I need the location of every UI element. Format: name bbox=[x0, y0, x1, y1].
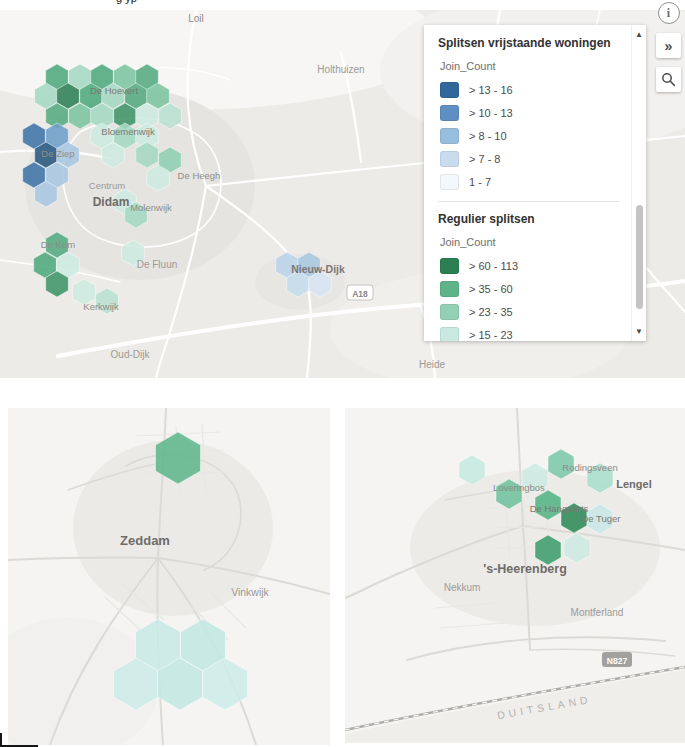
legend-class-label: > 15 - 23 bbox=[469, 329, 513, 341]
legend-row: > 7 - 8 bbox=[440, 147, 619, 170]
legend-class-label: > 23 - 35 bbox=[469, 306, 513, 318]
legend-swatch bbox=[440, 258, 459, 274]
map-toolbar: i » bbox=[656, 2, 681, 92]
legend-class-label: > 60 - 113 bbox=[469, 260, 518, 272]
map-label: De Hangaarts bbox=[530, 503, 589, 514]
legend-row: 1 - 7 bbox=[440, 170, 619, 193]
legend-scrollbar[interactable]: ▲ ▼ bbox=[631, 25, 646, 341]
legend-swatch bbox=[440, 174, 459, 190]
page-corner-mark bbox=[0, 733, 38, 747]
scroll-thumb[interactable] bbox=[636, 205, 643, 309]
legend-swatch bbox=[440, 105, 459, 121]
legend-title: Regulier splitsen bbox=[438, 212, 619, 226]
legend-swatch bbox=[440, 82, 459, 98]
map-label: Kerkwijk bbox=[83, 301, 119, 312]
legend-class-label: 1 - 7 bbox=[469, 176, 491, 188]
search-icon bbox=[661, 72, 676, 87]
svg-text:N827: N827 bbox=[607, 656, 628, 666]
legend-row: > 8 - 10 bbox=[440, 124, 619, 147]
legend-field-name: Join_Count bbox=[440, 236, 619, 248]
map-label: Vinkwijk bbox=[231, 586, 269, 598]
heerenberg-map-canvas[interactable]: N827RodingsveenLengelLoveringbosDe Hanga… bbox=[345, 408, 685, 743]
map-label: Nieuw-Dijk bbox=[291, 263, 345, 275]
map-label: Zeddam bbox=[120, 533, 170, 548]
map-label: Loil bbox=[188, 13, 204, 24]
legend-class-label: > 13 - 16 bbox=[469, 84, 513, 96]
legend-swatch bbox=[440, 281, 459, 297]
legend-swatch bbox=[440, 151, 459, 167]
legend-field-name: Join_Count bbox=[440, 60, 619, 72]
legend-class-list: > 60 - 113> 35 - 60> 23 - 35> 15 - 23 bbox=[440, 254, 619, 341]
legend-panel: Splitsen vrijstaande woningen Join_Count… bbox=[424, 25, 646, 341]
legend-title: Splitsen vrijstaande woningen bbox=[438, 36, 619, 50]
map-label: Lengel bbox=[616, 478, 651, 490]
legend-section-vrijstaand: Splitsen vrijstaande woningen Join_Count… bbox=[438, 36, 619, 193]
expand-icon: » bbox=[665, 38, 673, 54]
legend-row: > 13 - 16 bbox=[440, 78, 619, 101]
svg-text:A18: A18 bbox=[352, 289, 368, 299]
map-label: Centrum bbox=[89, 180, 126, 191]
legend-row: > 23 - 35 bbox=[440, 300, 619, 323]
legend-class-list: > 13 - 16> 10 - 13> 8 - 10> 7 - 81 - 7 bbox=[440, 78, 619, 193]
legend-content: Splitsen vrijstaande woningen Join_Count… bbox=[424, 25, 631, 341]
legend-row: > 60 - 113 bbox=[440, 254, 619, 277]
legend-row: > 15 - 23 bbox=[440, 323, 619, 341]
page: g yp bbox=[0, 0, 685, 747]
map-label: De Heegh bbox=[178, 170, 221, 181]
map-label: Rodingsveen bbox=[562, 462, 617, 473]
legend-section-regulier: Regulier splitsen Join_Count > 60 - 113>… bbox=[438, 212, 619, 341]
main-map[interactable]: A18LoilHolthuizenDe HoevertBloemenwijkDe… bbox=[0, 10, 685, 378]
map-label: Nekkum bbox=[444, 582, 481, 593]
road-shield: A18 bbox=[347, 285, 373, 300]
expand-button[interactable]: » bbox=[656, 33, 681, 58]
scroll-up-arrow[interactable]: ▲ bbox=[632, 28, 646, 41]
road-shield: N827 bbox=[602, 652, 632, 667]
map-label: Loveringbos bbox=[493, 482, 545, 493]
map-label: Heide bbox=[419, 359, 446, 370]
map-label: De Ziep bbox=[41, 148, 74, 159]
legend-class-label: > 10 - 13 bbox=[469, 107, 513, 119]
legend-class-label: > 8 - 10 bbox=[469, 130, 507, 142]
info-button[interactable]: i bbox=[658, 2, 680, 24]
map-label: 's-Heerenberg bbox=[483, 562, 567, 576]
map-label: Oud-Dijk bbox=[111, 349, 151, 360]
map-label: Bloemenwijk bbox=[101, 126, 155, 137]
heerenberg-map[interactable]: N827RodingsveenLengelLoveringbosDe Hanga… bbox=[345, 408, 685, 743]
map-label: De Tuger bbox=[581, 513, 620, 524]
map-label: Didam bbox=[93, 195, 130, 209]
cropped-top-text: g yp bbox=[116, 0, 176, 7]
legend-class-label: > 7 - 8 bbox=[469, 153, 501, 165]
map-label: Holthuizen bbox=[317, 64, 364, 75]
map-label: Montferland bbox=[571, 607, 624, 618]
search-button[interactable] bbox=[656, 67, 681, 92]
legend-swatch bbox=[440, 304, 459, 320]
legend-divider bbox=[438, 201, 619, 202]
legend-swatch bbox=[440, 128, 459, 144]
legend-row: > 10 - 13 bbox=[440, 101, 619, 124]
legend-swatch bbox=[440, 327, 459, 342]
scroll-down-arrow[interactable]: ▼ bbox=[632, 325, 646, 338]
zeddam-map-canvas[interactable]: ZeddamVinkwijk bbox=[8, 408, 330, 745]
legend-class-label: > 35 - 60 bbox=[469, 283, 513, 295]
map-label: De Hoevert bbox=[90, 85, 138, 96]
info-icon: i bbox=[667, 6, 670, 21]
map-label: Molenwijk bbox=[130, 202, 172, 213]
zeddam-map[interactable]: ZeddamVinkwijk bbox=[8, 408, 330, 745]
map-label: De Fluun bbox=[137, 259, 178, 270]
map-label: De Kom bbox=[41, 239, 75, 250]
legend-row: > 35 - 60 bbox=[440, 277, 619, 300]
